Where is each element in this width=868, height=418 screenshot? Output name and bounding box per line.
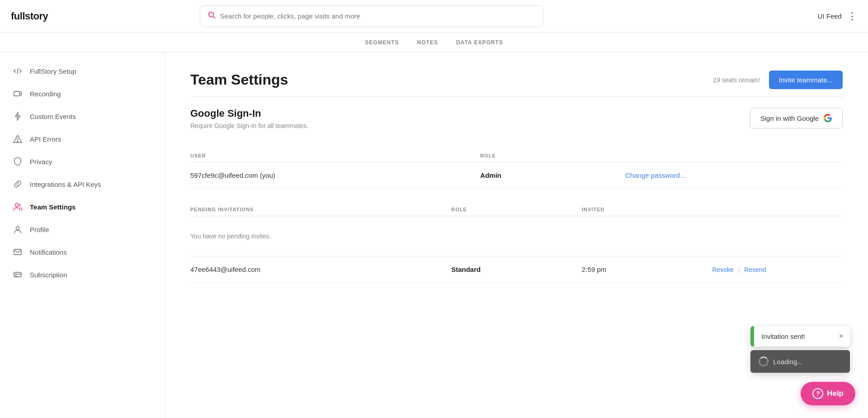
google-signin-button[interactable]: Sign in with Google bbox=[750, 108, 843, 128]
sidebar-label-notifications: Notifications bbox=[30, 248, 67, 256]
pending-col-role: ROLE bbox=[451, 207, 582, 212]
pending-invited-time: 2:59 pm bbox=[582, 266, 712, 273]
sidebar-label-custom-events: Custom Events bbox=[30, 113, 76, 120]
loading-text: Loading... bbox=[773, 358, 803, 366]
card-icon bbox=[13, 270, 23, 280]
google-signin-desc: Require Google Sign-In for all teammates… bbox=[190, 122, 750, 129]
sidebar-item-subscription[interactable]: Subscription bbox=[0, 263, 165, 286]
sidebar-item-custom-events[interactable]: Custom Events bbox=[0, 105, 165, 128]
svg-point-7 bbox=[16, 227, 19, 230]
section-title-wrap: Google Sign-In Require Google Sign-In fo… bbox=[190, 108, 750, 129]
pending-role: Standard bbox=[451, 266, 582, 273]
sidebar-label-api-errors: API Errors bbox=[30, 135, 61, 143]
users-col-role: ROLE bbox=[480, 153, 625, 158]
change-password-link[interactable]: Change password... bbox=[625, 171, 685, 179]
toast-green-bar bbox=[750, 326, 754, 347]
subnav-segments[interactable]: SEGMENTS bbox=[365, 38, 399, 48]
pending-actions: Revoke | Resend bbox=[712, 266, 843, 273]
users-col-action bbox=[625, 153, 843, 158]
loading-toast: Loading... bbox=[750, 350, 850, 373]
sidebar-label-fullstory-setup: FullStory Setup bbox=[30, 67, 76, 75]
pending-col-actions bbox=[712, 207, 843, 212]
action-separator: | bbox=[738, 266, 740, 273]
svg-point-6 bbox=[15, 204, 19, 207]
svg-point-5 bbox=[17, 141, 18, 142]
link-icon bbox=[13, 179, 23, 189]
mail-icon bbox=[13, 247, 23, 257]
menu-dots-icon[interactable]: ⋮ bbox=[847, 10, 857, 22]
sidebar-label-profile: Profile bbox=[30, 226, 49, 233]
google-signin-title: Google Sign-In bbox=[190, 108, 750, 119]
invite-teammate-button[interactable]: Invite teammate... bbox=[769, 71, 843, 89]
google-logo-icon bbox=[823, 114, 832, 123]
sidebar-item-privacy[interactable]: Privacy bbox=[0, 150, 165, 173]
pending-invitations-section: PENDING INVITATIONS ROLE INVITED You hav… bbox=[190, 203, 843, 283]
sidebar-item-fullstory-setup[interactable]: FullStory Setup bbox=[0, 60, 165, 82]
pending-email: 47ee6443@uifeed.com bbox=[190, 266, 451, 273]
resend-link[interactable]: Resend bbox=[744, 266, 766, 273]
users-col-user: USER bbox=[190, 153, 480, 158]
search-input[interactable] bbox=[220, 12, 536, 20]
svg-line-1 bbox=[213, 16, 215, 18]
sidebar-label-integrations: Integrations & API Keys bbox=[30, 180, 101, 188]
sidebar-item-integrations[interactable]: Integrations & API Keys bbox=[0, 173, 165, 195]
top-nav: fullstory UI Feed ⋮ bbox=[0, 0, 868, 33]
user-email: 597cfe9c@uifeed.com (you) bbox=[190, 171, 480, 179]
help-label: Help bbox=[827, 389, 844, 398]
top-right: UI Feed ⋮ bbox=[818, 10, 857, 22]
profile-icon bbox=[13, 224, 23, 234]
toast-close-button[interactable]: × bbox=[832, 327, 850, 346]
no-pending-invites-row: You have no pending invites. bbox=[190, 216, 843, 256]
code-icon bbox=[13, 66, 23, 76]
svg-rect-3 bbox=[14, 91, 19, 96]
sidebar-label-privacy: Privacy bbox=[30, 158, 52, 166]
help-circle-icon: ? bbox=[812, 388, 823, 399]
sidebar-label-subscription: Subscription bbox=[30, 271, 67, 279]
toast-invitation-text: Invitation sent! bbox=[754, 326, 832, 347]
subnav-data-exports[interactable]: DATA EXPORTS bbox=[456, 38, 503, 48]
page-layout: FullStory Setup Recording Custom Events bbox=[0, 52, 868, 418]
invitation-sent-toast: Invitation sent! × bbox=[750, 326, 850, 347]
google-signin-label: Sign in with Google bbox=[760, 114, 819, 122]
sidebar: FullStory Setup Recording Custom Events bbox=[0, 52, 165, 418]
table-row: 597cfe9c@uifeed.com (you) Admin Change p… bbox=[190, 162, 843, 189]
team-icon bbox=[13, 202, 23, 212]
bolt-icon bbox=[13, 111, 23, 121]
help-button[interactable]: ? Help bbox=[801, 382, 855, 405]
sidebar-item-profile[interactable]: Profile bbox=[0, 218, 165, 241]
username-label: UI Feed bbox=[818, 12, 842, 20]
sidebar-label-team-settings: Team Settings bbox=[30, 203, 75, 211]
page-header-right: 19 seats remain! Invite teammate... bbox=[713, 71, 843, 89]
sidebar-item-team-settings[interactable]: Team Settings bbox=[0, 195, 165, 218]
toast-container: Invitation sent! × Loading... bbox=[750, 326, 850, 373]
loading-spinner bbox=[759, 356, 769, 366]
search-icon bbox=[208, 11, 216, 21]
recording-icon bbox=[13, 89, 23, 99]
svg-line-2 bbox=[17, 68, 18, 74]
sidebar-item-api-errors[interactable]: API Errors bbox=[0, 128, 165, 150]
users-table: USER ROLE 597cfe9c@uifeed.com (you) Admi… bbox=[190, 149, 843, 189]
app-logo: fullstory bbox=[11, 10, 48, 22]
user-role: Admin bbox=[480, 171, 625, 179]
subnav-notes[interactable]: NOTES bbox=[417, 38, 438, 48]
search-bar bbox=[200, 5, 543, 27]
page-header: Team Settings 19 seats remain! Invite te… bbox=[190, 71, 843, 97]
user-action: Change password... bbox=[625, 171, 843, 179]
sidebar-item-recording[interactable]: Recording bbox=[0, 82, 165, 105]
sub-nav: SEGMENTS NOTES DATA EXPORTS bbox=[0, 33, 868, 52]
page-title: Team Settings bbox=[190, 71, 288, 88]
pending-table-header: PENDING INVITATIONS ROLE INVITED bbox=[190, 203, 843, 216]
warning-icon bbox=[13, 134, 23, 144]
pending-col-invitations: PENDING INVITATIONS bbox=[190, 207, 451, 212]
seats-remain-label: 19 seats remain! bbox=[713, 76, 760, 84]
users-table-header: USER ROLE bbox=[190, 149, 843, 162]
sidebar-label-recording: Recording bbox=[30, 90, 61, 98]
sidebar-item-notifications[interactable]: Notifications bbox=[0, 241, 165, 263]
shield-icon bbox=[13, 157, 23, 166]
pending-col-invited: INVITED bbox=[582, 207, 712, 212]
no-invites-text: You have no pending invites. bbox=[190, 225, 451, 247]
revoke-link[interactable]: Revoke bbox=[712, 266, 733, 273]
pending-invite-row: 47ee6443@uifeed.com Standard 2:59 pm Rev… bbox=[190, 256, 843, 283]
google-signin-section: Google Sign-In Require Google Sign-In fo… bbox=[190, 108, 843, 138]
